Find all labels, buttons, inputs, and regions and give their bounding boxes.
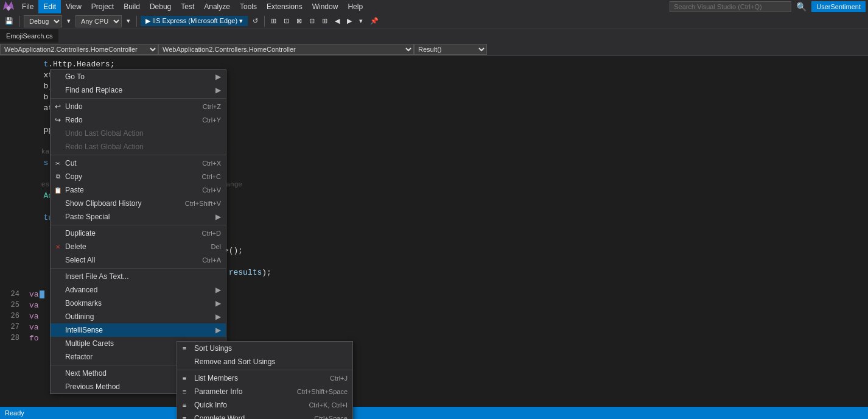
menu-extensions[interactable]: Extensions (262, 0, 307, 13)
menu-project[interactable]: Project (86, 0, 119, 13)
menu-tools[interactable]: Tools (235, 0, 262, 13)
menu-sep-4 (51, 268, 226, 269)
menu-analyze[interactable]: Analyze (199, 0, 235, 13)
bookmark-btn-4[interactable]: ⊟ (307, 16, 317, 26)
intellisense-arrow: ▶ (215, 326, 221, 334)
sort-usings-icon: ≡ (180, 343, 189, 353)
run-label: ▶ IIS Express (Microsoft Edge) ▾ (145, 17, 243, 25)
menu-item-intellisense[interactable]: IntelliSense ▶ (51, 323, 226, 337)
search-input[interactable] (670, 1, 791, 12)
nav-forward[interactable]: ▶ (345, 16, 354, 26)
submenu-list-members[interactable]: ≡ List Members Ctrl+J (177, 371, 352, 385)
menu-item-copy[interactable]: ⧉ Copy Ctrl+C (51, 170, 226, 183)
tab-emojisearch[interactable]: EmojiSearch.cs (0, 29, 59, 43)
menu-item-undo[interactable]: ↩ Undo Ctrl+Z (51, 100, 226, 113)
quick-info-icon: ≡ (180, 400, 189, 410)
menu-item-delete[interactable]: ✕ Delete Del (51, 240, 226, 253)
submenu-remove-sort-usings[interactable]: Remove and Sort Usings (177, 355, 352, 368)
paste-icon: 📋 (53, 185, 63, 195)
status-bar: Ready (0, 407, 868, 419)
previous-method-icon (53, 382, 63, 392)
find-replace-arrow: ▶ (215, 86, 221, 94)
menu-item-cut[interactable]: ✂ Cut Ctrl+X (51, 157, 226, 170)
menu-sep-2 (51, 155, 226, 155)
menu-item-insert-file[interactable]: Insert File As Text... (51, 270, 226, 283)
advanced-icon (53, 285, 63, 295)
bookmark-btn-1[interactable]: ⊞ (268, 16, 279, 26)
menu-item-select-all[interactable]: Select All Ctrl+A (51, 253, 226, 267)
menu-item-clipboard-history[interactable]: Show Clipboard History Ctrl+Shift+V (51, 197, 226, 210)
nav-dropdown[interactable]: ▾ (357, 16, 365, 26)
undo-global-icon (53, 129, 63, 138)
bookmark-btn-3[interactable]: ⊠ (294, 16, 304, 26)
menu-item-bookmarks[interactable]: Bookmarks ▶ (51, 297, 226, 310)
intellisense-submenu: ≡ Sort Usings Remove and Sort Usings ≡ L… (177, 341, 353, 419)
bookmark-btn-2[interactable]: ⊡ (281, 16, 292, 26)
nav-method-select[interactable]: WebApplication2.Controllers.HomeControll… (158, 44, 414, 55)
menu-help[interactable]: Help (343, 0, 368, 13)
duplicate-icon (53, 228, 63, 238)
menu-build[interactable]: Build (119, 0, 145, 13)
menu-item-outlining[interactable]: Outlining ▶ (51, 310, 226, 323)
undo-icon: ↩ (53, 102, 63, 111)
go-to-icon (53, 72, 63, 82)
list-members-icon: ≡ (180, 373, 189, 383)
menu-item-advanced[interactable]: Advanced ▶ (51, 283, 226, 297)
find-replace-icon (53, 85, 63, 95)
menu-item-find-replace[interactable]: Find and Replace ▶ (51, 83, 226, 97)
menu-item-go-to[interactable]: Go To ▶ (51, 70, 226, 83)
menu-test[interactable]: Test (176, 0, 199, 13)
delete-icon: ✕ (53, 242, 63, 252)
menu-item-duplicate[interactable]: Duplicate Ctrl+D (51, 227, 226, 240)
submenu-complete-word[interactable]: ≡ Complete Word Ctrl+Space (177, 412, 352, 419)
submenu-quick-info[interactable]: ≡ Quick Info Ctrl+K, Ctrl+I (177, 398, 352, 412)
toolbar-save[interactable]: 💾 (2, 16, 16, 26)
nav-scope-select[interactable]: WebApplication2.Controllers.HomeControll… (0, 44, 158, 55)
debug-config-select[interactable]: Debug (24, 15, 62, 27)
refresh-button[interactable]: ↺ (250, 16, 261, 26)
user-button[interactable]: UserSentiment (811, 1, 866, 12)
complete-word-icon: ≡ (180, 414, 189, 419)
menu-bar: File Edit View Project Build Debug Test … (0, 0, 868, 13)
advanced-arrow: ▶ (215, 286, 221, 294)
redo-icon: ↪ (53, 115, 63, 125)
submenu-parameter-info[interactable]: ≡ Parameter Info Ctrl+Shift+Space (177, 385, 352, 398)
paste-special-arrow: ▶ (215, 213, 221, 221)
menu-window[interactable]: Window (307, 0, 343, 13)
bookmarks-icon (53, 298, 63, 308)
menu-file[interactable]: File (17, 0, 38, 13)
menu-item-redo[interactable]: ↪ Redo Ctrl+Y (51, 113, 226, 127)
menu-item-paste-special[interactable]: Paste Special ▶ (51, 210, 226, 224)
toolbar-platform-arrow[interactable]: ▾ (124, 16, 133, 26)
toolbar-sep-3 (264, 16, 265, 27)
run-button[interactable]: ▶ IIS Express (Microsoft Edge) ▾ (141, 16, 248, 26)
menu-view[interactable]: View (61, 0, 86, 13)
cut-icon: ✂ (53, 158, 63, 168)
platform-select[interactable]: Any CPU (75, 15, 122, 27)
remove-sort-icon (180, 357, 189, 367)
search-icon[interactable]: 🔍 (796, 2, 807, 12)
nav-result-select[interactable]: Result() (414, 44, 487, 55)
outlining-arrow: ▶ (215, 312, 221, 321)
menu-debug[interactable]: Debug (145, 0, 176, 13)
code-line: t.Http.Headers; (0, 58, 868, 69)
menu-item-paste[interactable]: 📋 Paste Ctrl+V (51, 183, 226, 197)
submenu-sort-usings[interactable]: ≡ Sort Usings (177, 342, 352, 355)
refactor-icon (53, 352, 63, 362)
status-text: Ready (5, 409, 24, 417)
nav-bar: WebApplication2.Controllers.HomeControll… (0, 43, 868, 56)
bookmark-btn-5[interactable]: ⊞ (320, 16, 330, 26)
paste-special-icon (53, 212, 63, 222)
select-all-icon (53, 255, 63, 265)
tab-bar: EmojiSearch.cs (0, 29, 868, 43)
menu-item-undo-global[interactable]: Undo Last Global Action (51, 127, 226, 140)
pin-icon[interactable]: 📌 (368, 16, 381, 26)
toolbar-config-arrow[interactable]: ▾ (65, 16, 73, 26)
nav-back[interactable]: ◀ (332, 16, 342, 26)
menu-edit[interactable]: Edit (38, 0, 61, 13)
menu-sep-1 (51, 98, 226, 99)
outlining-icon (53, 312, 63, 322)
menu-item-redo-global[interactable]: Redo Last Global Action (51, 140, 226, 153)
insert-file-icon (53, 272, 63, 281)
app-logo (2, 1, 15, 13)
